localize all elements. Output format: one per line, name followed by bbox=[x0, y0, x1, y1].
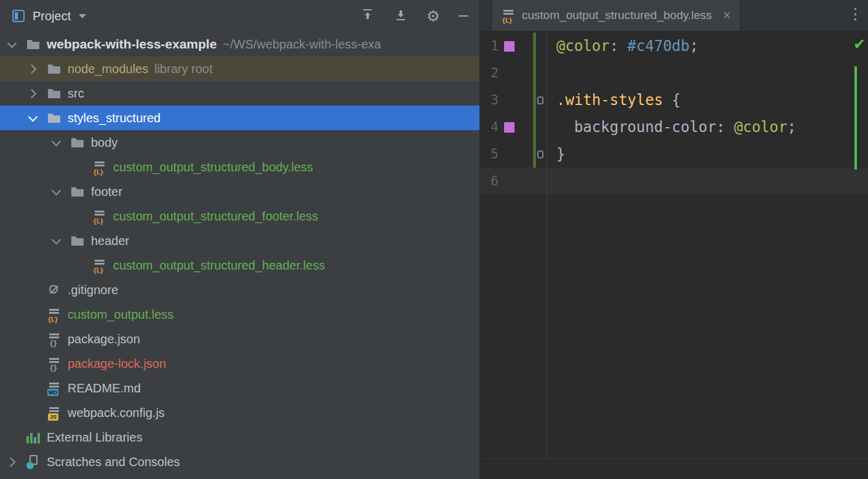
tree-item-label: custom_output.less bbox=[68, 308, 173, 322]
tree-item-external-libraries[interactable]: External Libraries bbox=[0, 425, 479, 450]
more-options-icon[interactable]: ⋮ bbox=[848, 6, 863, 21]
tree-item-src[interactable]: src bbox=[0, 81, 479, 106]
tree-item-styles-structured[interactable]: styles_structured bbox=[0, 106, 479, 130]
tree-item-header[interactable]: header bbox=[0, 228, 479, 253]
tree-item-label: styles_structured bbox=[68, 111, 160, 125]
tab-title: custom_output_structured_body.less bbox=[522, 9, 712, 22]
tree-item-label: README.md bbox=[68, 381, 141, 395]
project-tool-window: Project ⚙ webpack-with-less-example ~/WS… bbox=[0, 0, 479, 479]
code-token: @color bbox=[734, 119, 787, 136]
code-line[interactable]: 4 background-color: @color; bbox=[480, 114, 868, 141]
less-file-icon: {L} bbox=[501, 8, 516, 23]
expand-all-icon[interactable] bbox=[393, 7, 408, 25]
indent-spacer bbox=[4, 425, 20, 450]
tree-item-path: ~/WS/webpack-with-less-exa bbox=[223, 37, 381, 52]
tree-item-package-json[interactable]: {} package.json bbox=[0, 327, 479, 351]
tree-item-custom-output-structured-footer-less[interactable]: {L} custom_output_structured_footer.less bbox=[0, 204, 479, 228]
code-token: : bbox=[716, 119, 734, 136]
code-line[interactable]: 6 bbox=[480, 168, 868, 195]
chevron-down-icon[interactable] bbox=[79, 14, 86, 18]
tree-item-suffix: library root bbox=[154, 62, 212, 76]
indent-spacer bbox=[25, 376, 41, 400]
tree-item-body[interactable]: body bbox=[0, 130, 479, 155]
tree-item-label: webpack.config.js bbox=[68, 406, 165, 420]
tree-item-label: src bbox=[68, 87, 84, 101]
settings-gear-icon[interactable]: ⚙ bbox=[427, 9, 440, 24]
fold-region-start-icon[interactable] bbox=[537, 96, 543, 104]
project-panel-header: Project ⚙ bbox=[0, 0, 479, 32]
line-number: 4 bbox=[480, 120, 499, 134]
tree-item-project-root[interactable]: webpack-with-less-example ~/WS/webpack-w… bbox=[0, 32, 479, 56]
tree-item-label: footer bbox=[91, 185, 122, 199]
ide-window: Project ⚙ webpack-with-less-example ~/WS… bbox=[0, 0, 868, 479]
tree-item-custom-output-structured-body-less[interactable]: {L} custom_output_structured_body.less bbox=[0, 155, 479, 179]
color-preview-swatch[interactable] bbox=[504, 122, 515, 133]
chevron-down-icon[interactable] bbox=[48, 228, 64, 253]
indent-spacer bbox=[25, 400, 41, 425]
chevron-right-icon[interactable] bbox=[4, 450, 20, 474]
less-file-icon: {L} bbox=[92, 160, 107, 174]
tree-item-label: Scratches and Consoles bbox=[47, 455, 180, 469]
code-editor[interactable]: 1 @color: #c470db; 2 3 .with-styles { bbox=[479, 31, 868, 479]
markdown-file-icon: MD bbox=[47, 381, 61, 395]
scrollbar-change-marker[interactable] bbox=[854, 66, 857, 169]
editor-tab-active[interactable]: {L} custom_output_structured_body.less × bbox=[492, 0, 740, 31]
code-token: : bbox=[610, 37, 628, 55]
less-file-icon: {L} bbox=[47, 307, 61, 322]
code-line[interactable]: 1 @color: #c470db; bbox=[480, 33, 868, 60]
inspections-ok-icon[interactable]: ✔ bbox=[853, 37, 866, 52]
json-file-icon: {} bbox=[47, 356, 61, 371]
chevron-down-icon[interactable] bbox=[25, 106, 41, 130]
code-line[interactable]: 5 } bbox=[480, 141, 868, 168]
indent-spacer bbox=[70, 155, 86, 179]
scratches-icon bbox=[26, 454, 41, 469]
line-number: 6 bbox=[480, 174, 499, 189]
chevron-down-icon[interactable] bbox=[48, 130, 64, 155]
tree-item-scratches-and-consoles[interactable]: Scratches and Consoles bbox=[0, 450, 479, 474]
collapse-all-icon[interactable] bbox=[360, 7, 375, 25]
color-preview-swatch[interactable] bbox=[504, 41, 515, 52]
tree-item-label: node_modules bbox=[68, 62, 148, 76]
tree-item-webpack-config-js[interactable]: JS webpack.config.js bbox=[0, 400, 479, 425]
tree-item-label: .gitignore bbox=[68, 283, 118, 297]
chevron-right-icon[interactable] bbox=[25, 81, 41, 106]
less-file-icon: {L} bbox=[92, 209, 107, 224]
tree-item-custom-output-less[interactable]: {L} custom_output.less bbox=[0, 302, 479, 327]
indent-spacer bbox=[25, 351, 41, 376]
code-token: { bbox=[663, 92, 681, 109]
indent-spacer bbox=[70, 253, 86, 278]
tree-item-gitignore[interactable]: .gitignore bbox=[0, 278, 479, 302]
folder-icon bbox=[26, 37, 41, 52]
less-file-icon: {L} bbox=[92, 258, 107, 273]
vcs-added-lines-marker[interactable] bbox=[533, 33, 536, 168]
tree-item-label: custom_output_structured_header.less bbox=[113, 259, 325, 273]
tree-item-footer[interactable]: footer bbox=[0, 179, 479, 204]
code-line[interactable]: 2 bbox=[480, 60, 868, 87]
project-panel-title: Project bbox=[33, 9, 71, 23]
code-token: #c470db bbox=[628, 37, 690, 55]
folder-icon bbox=[47, 86, 61, 101]
chevron-down-icon[interactable] bbox=[48, 179, 64, 204]
tree-item-label: External Libraries bbox=[47, 430, 143, 445]
tree-item-label: package.json bbox=[68, 332, 140, 346]
tree-item-label: package-lock.json bbox=[68, 357, 166, 371]
code-token: ; bbox=[690, 37, 698, 55]
hide-panel-icon[interactable] bbox=[459, 15, 468, 17]
close-tab-icon[interactable]: × bbox=[723, 9, 731, 22]
fold-region-end-icon[interactable] bbox=[537, 150, 543, 158]
tree-item-package-lock-json[interactable]: {} package-lock.json bbox=[0, 351, 479, 376]
chevron-right-icon[interactable] bbox=[25, 56, 41, 81]
tree-item-readme-md[interactable]: MD README.md bbox=[0, 376, 479, 400]
chevron-down-icon[interactable] bbox=[4, 32, 20, 56]
tree-item-node-modules[interactable]: node_modules library root bbox=[0, 56, 479, 81]
code-line[interactable]: 3 .with-styles { bbox=[480, 87, 868, 114]
editor-bottom-separator bbox=[480, 459, 868, 459]
code-lines: 1 @color: #c470db; 2 3 .with-styles { bbox=[480, 31, 868, 195]
tree-item-label: custom_output_structured_body.less bbox=[113, 160, 313, 174]
folder-icon bbox=[70, 135, 85, 150]
project-panel-toolbar: ⚙ bbox=[360, 7, 471, 25]
tree-item-custom-output-structured-header-less[interactable]: {L} custom_output_structured_header.less bbox=[0, 253, 479, 278]
code-token: .with-styles bbox=[556, 92, 663, 109]
project-tree: webpack-with-less-example ~/WS/webpack-w… bbox=[0, 32, 479, 474]
line-number: 5 bbox=[480, 147, 499, 162]
